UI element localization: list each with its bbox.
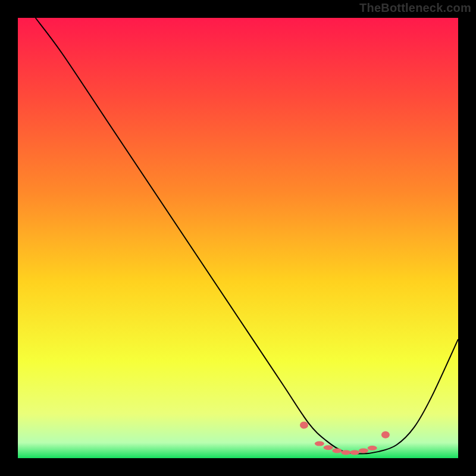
highlight-dot <box>333 448 342 453</box>
chart-container: TheBottleneck.com <box>0 0 476 476</box>
highlight-dot <box>359 448 368 453</box>
highlight-dot <box>381 431 390 439</box>
highlight-dot <box>315 441 324 446</box>
highlight-dot <box>368 446 377 450</box>
bottleneck-chart <box>0 0 476 476</box>
highlight-dot <box>300 422 308 429</box>
highlight-dot <box>350 450 359 455</box>
highlight-dot <box>341 450 350 455</box>
plot-background <box>18 18 458 458</box>
highlight-dot <box>324 445 333 450</box>
